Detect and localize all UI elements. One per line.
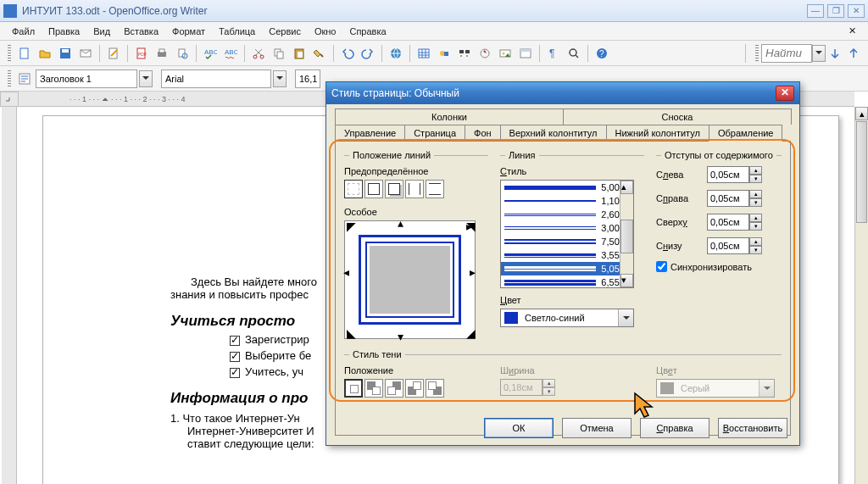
- restore-button[interactable]: ❐: [827, 4, 844, 18]
- find-replace-icon[interactable]: [455, 44, 474, 63]
- data-sources-icon[interactable]: [516, 44, 535, 63]
- edit-icon[interactable]: [104, 44, 123, 63]
- sync-checkbox[interactable]: Синхронизировать: [656, 261, 782, 272]
- menu-edit[interactable]: Правка: [42, 25, 86, 38]
- tab-background[interactable]: Фон: [465, 125, 501, 142]
- tab-footer[interactable]: Нижний колонтитул: [606, 125, 709, 142]
- help-icon[interactable]: ?: [593, 44, 611, 63]
- menu-help[interactable]: Справка: [342, 25, 392, 38]
- tab-columns[interactable]: Колонки: [335, 108, 564, 125]
- cut-icon[interactable]: [249, 44, 268, 63]
- scrollbar-thumb[interactable]: [856, 121, 867, 223]
- dialog-title: Стиль страницы: Обычный: [331, 87, 459, 99]
- redo-icon[interactable]: [359, 44, 377, 63]
- tab-page[interactable]: Страница: [404, 125, 465, 142]
- menu-close-icon[interactable]: ✕: [842, 24, 863, 38]
- zoom-icon[interactable]: [565, 44, 583, 63]
- shadow-topright[interactable]: [385, 379, 403, 398]
- group-title: Отступы от содержимого: [661, 150, 776, 160]
- shadow-topleft[interactable]: [364, 379, 383, 398]
- tab-header[interactable]: Верхний колонтитул: [500, 125, 607, 142]
- vertical-ruler[interactable]: [2, 107, 17, 484]
- predef-leftright[interactable]: [405, 180, 424, 198]
- close-button[interactable]: ✕: [848, 4, 865, 18]
- line-color-combo[interactable]: Светло-синий: [500, 309, 634, 327]
- font-name-dropdown-icon[interactable]: [273, 70, 287, 87]
- toolbar-grip[interactable]: [8, 70, 11, 87]
- svg-rect-8: [159, 49, 164, 53]
- tab-borders[interactable]: Обрамление: [709, 125, 783, 142]
- show-draw-icon[interactable]: [435, 44, 453, 63]
- paste-icon[interactable]: [290, 44, 309, 63]
- toolbar-grip[interactable]: [8, 45, 11, 62]
- paragraph-style-combo[interactable]: Заголовок 1: [36, 70, 137, 88]
- menu-window[interactable]: Окно: [308, 25, 343, 38]
- print-preview-icon[interactable]: [173, 44, 192, 63]
- save-icon[interactable]: [56, 44, 75, 63]
- new-icon[interactable]: [15, 44, 34, 63]
- dropdown-icon[interactable]: [618, 309, 633, 326]
- pdf-icon[interactable]: PDF: [132, 44, 151, 63]
- styles-window-icon[interactable]: [15, 70, 34, 88]
- menu-insert[interactable]: Вставка: [117, 25, 165, 38]
- find-dropdown-icon[interactable]: [812, 45, 826, 62]
- find-next-icon[interactable]: [826, 44, 844, 63]
- dialog-close-button[interactable]: ✕: [776, 86, 794, 101]
- font-name-value: Arial: [165, 74, 184, 84]
- predef-box[interactable]: [364, 180, 383, 198]
- shadow-bottomleft[interactable]: [405, 379, 424, 398]
- font-size-combo[interactable]: 16,1: [295, 70, 320, 88]
- pad-top-spin[interactable]: ▴▾: [707, 214, 765, 231]
- table-icon[interactable]: [415, 44, 433, 63]
- paragraph-style-dropdown-icon[interactable]: [139, 70, 153, 87]
- shadow-none[interactable]: [344, 379, 363, 398]
- auto-spellcheck-icon[interactable]: ABC: [221, 44, 240, 63]
- format-paintbrush-icon[interactable]: [310, 44, 329, 63]
- special-border-preview[interactable]: ◤ ▸ ▴ ▸ ◂ ▾ ◣ ◢ ◥: [344, 220, 476, 339]
- vertical-scrollbar[interactable]: ▴: [854, 107, 868, 484]
- menu-table[interactable]: Таблица: [212, 25, 262, 38]
- menu-view[interactable]: Вид: [86, 25, 117, 38]
- svg-text:PDF: PDF: [138, 52, 147, 57]
- reset-button[interactable]: Восстановить: [718, 418, 787, 438]
- navigator-icon[interactable]: [476, 44, 494, 63]
- toolbar-grip[interactable]: [755, 45, 759, 62]
- print-icon[interactable]: [153, 44, 171, 63]
- copy-icon[interactable]: [270, 44, 288, 63]
- pad-right-spin[interactable]: ▴▾: [707, 190, 765, 207]
- find-input[interactable]: [761, 44, 812, 63]
- spellcheck-icon[interactable]: ABC: [201, 44, 220, 63]
- nonprinting-icon[interactable]: ¶: [544, 44, 563, 63]
- predef-none[interactable]: [344, 180, 363, 198]
- group-title: Стиль тени: [349, 349, 405, 359]
- font-name-combo[interactable]: Arial: [161, 70, 271, 88]
- scroll-up-icon[interactable]: ▴: [855, 107, 868, 120]
- minimize-button[interactable]: —: [807, 4, 824, 18]
- help-button[interactable]: Справка: [640, 418, 709, 438]
- shadow-color-combo: Серый: [656, 379, 775, 398]
- menu-file[interactable]: Файл: [5, 25, 42, 38]
- window-title: ИНТУИТ 133.odt - OpenOffice.org Writer: [22, 5, 804, 17]
- menubar: Файл Правка Вид Вставка Формат Таблица С…: [0, 22, 868, 41]
- line-style-list[interactable]: 5,00 pt 1,10 pt 2,60 pt 3,00 pt 7,50 pt …: [500, 180, 634, 288]
- dialog-titlebar[interactable]: Стиль страницы: Обычный ✕: [326, 82, 799, 104]
- pad-left-spin[interactable]: ▴▾: [707, 166, 765, 183]
- menu-tools[interactable]: Сервис: [262, 25, 308, 38]
- gallery-icon[interactable]: [496, 44, 515, 63]
- email-icon[interactable]: [76, 44, 95, 63]
- menu-format[interactable]: Формат: [165, 25, 212, 38]
- predef-topbottom[interactable]: [426, 180, 444, 198]
- cancel-button[interactable]: Отмена: [562, 418, 632, 438]
- undo-icon[interactable]: [338, 44, 357, 63]
- checkmark-icon: [230, 336, 240, 346]
- find-prev-icon[interactable]: [844, 44, 863, 63]
- tab-manage[interactable]: Управление: [335, 125, 405, 142]
- ok-button[interactable]: ОК: [484, 418, 554, 438]
- hyperlink-icon[interactable]: [387, 44, 405, 63]
- shadow-bottomright[interactable]: [426, 379, 444, 398]
- predef-shadow[interactable]: [385, 180, 403, 198]
- window-titlebar: ИНТУИТ 133.odt - OpenOffice.org Writer —…: [0, 0, 868, 22]
- pad-bottom-spin[interactable]: ▴▾: [707, 237, 765, 254]
- tab-footnote[interactable]: Сноска: [563, 108, 792, 125]
- open-icon[interactable]: [36, 44, 54, 63]
